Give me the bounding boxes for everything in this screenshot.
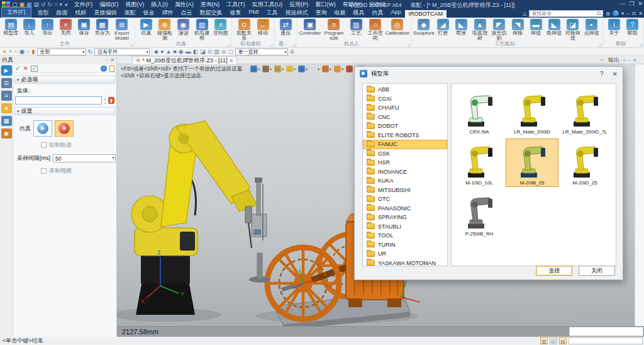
ribbon-tab[interactable]: 焊件 (158, 8, 177, 18)
ribbon-tab[interactable]: 钣金 (140, 8, 158, 18)
mdi-close-button[interactable]: ✕ (638, 11, 643, 16)
pick-filter-face-icon[interactable]: ● (160, 48, 164, 55)
file-menu-button[interactable]: 文件(F) (1, 7, 31, 18)
play-button[interactable]: ▶ (33, 120, 52, 137)
pick-filter-datum-icon[interactable]: ◪ (200, 48, 206, 55)
restore-button[interactable]: ❐ (629, 1, 634, 7)
ribbon-tab[interactable]: 数据交换 (196, 8, 226, 18)
ribbon-button[interactable]: ≡ 甘特图 (211, 19, 230, 36)
view-tool-button[interactable]: ▾ (286, 65, 296, 72)
robot-thumbnail[interactable]: LR_Mate_200iD_7L (558, 88, 611, 136)
redo-icon[interactable]: ↻ (48, 1, 53, 8)
ribbon-button[interactable]: × 关闭 (57, 19, 75, 36)
pick-filter-body-icon[interactable]: ■ (173, 48, 176, 55)
ribbon-button[interactable]: ◆ Sculpture (414, 19, 434, 36)
brand-folder-item[interactable]: INOVANCE (363, 167, 447, 177)
settings-section-header[interactable]: 设置 (14, 107, 115, 115)
ribbon-tab[interactable]: 模具 (350, 8, 369, 18)
brand-folder-item[interactable]: PANASONIC (363, 204, 447, 213)
draw-trajectory-checkbox[interactable] (41, 142, 47, 148)
ribbon-button[interactable]: ◤ 激光切割 (489, 19, 508, 42)
selection-mode-select[interactable]: 单一选择 (235, 48, 288, 55)
command-search-input[interactable]: 查找命令 (529, 10, 603, 17)
ribbon-button[interactable]: ▥ 机电建模 (192, 19, 211, 42)
ribbon-button[interactable]: ▣ 保存 (75, 19, 93, 36)
panel-float-button[interactable]: ▫ (106, 57, 108, 63)
ribbon-button[interactable]: ▦ 另存为 (93, 19, 111, 36)
ribbon-button[interactable]: ◣ 角焊缝 (545, 19, 564, 36)
ribbon-button[interactable]: ▪ 点焊缝 (582, 19, 601, 36)
group-dialog-launcher-icon[interactable]: ◿ (270, 42, 273, 47)
help-icon[interactable]: ? (613, 10, 619, 16)
highlight-filter-icon[interactable]: ★ (2, 48, 7, 55)
ribbon-tab[interactable]: App (387, 8, 405, 18)
ribbon-tab[interactable]: 电极 (331, 8, 350, 18)
ribbon-button[interactable]: ▶ 仿真 (137, 19, 155, 36)
dialog-close-button[interactable]: ✕ (613, 71, 618, 77)
apply-icon[interactable]: ✓ (31, 65, 38, 72)
group-dialog-launcher-icon[interactable]: ◿ (130, 42, 133, 47)
view-tool-button[interactable]: ▾ (298, 65, 308, 72)
ribbon-button[interactable]: ? 帮助 (623, 19, 641, 36)
robot-thumbnail[interactable]: M-10iD_10L (453, 139, 506, 187)
fanuc-robot[interactable] (131, 121, 257, 315)
regen-icon[interactable]: ○ (54, 1, 57, 8)
chart-filter-icon[interactable]: ▮ (32, 48, 35, 55)
group-dialog-launcher-icon[interactable]: ◿ (407, 42, 410, 47)
help-dropdown-icon[interactable]: ▾ (621, 11, 624, 16)
frame-icon[interactable]: ▢ (228, 48, 233, 55)
stop-button[interactable]: ■ (55, 120, 74, 137)
select-button[interactable]: 选择 (536, 266, 572, 276)
brand-folder-item[interactable]: CNC (363, 113, 447, 122)
output-float-button[interactable]: ▫ (628, 58, 630, 63)
robot-thumbnail[interactable]: P-250iB_RH (453, 189, 506, 238)
ribbon-button[interactable]: ⊙ 装配关系 (234, 19, 253, 42)
mdi-minimize-button[interactable]: – (626, 11, 629, 16)
undo-icon[interactable]: ↺ (41, 1, 46, 8)
close-button[interactable]: ✕ (638, 1, 643, 7)
view-tool-button[interactable]: ▾ (334, 65, 343, 72)
group-dialog-launcher-icon[interactable]: ◿ (292, 42, 296, 47)
view-manager-icon[interactable]: ● (1, 103, 12, 113)
add-filter-icon[interactable]: + (9, 48, 12, 55)
document-tab[interactable]: ✛ * M_20iB变位机焊管程序.Z3 - [11] ✕ (132, 56, 237, 64)
pick-filter-plane-icon[interactable]: ▬ (186, 48, 191, 55)
ribbon-tab[interactable]: 装配 (121, 8, 140, 18)
record-video-checkbox[interactable] (41, 168, 47, 174)
ribbon-tab[interactable]: PMI (245, 8, 263, 18)
view-tool-button[interactable]: ▾ (274, 65, 284, 72)
brand-folder-item[interactable]: ABB (363, 85, 447, 94)
group-dialog-launcher-icon[interactable]: ◿ (598, 42, 601, 47)
group-dialog-launcher-icon[interactable]: ◿ (639, 42, 642, 47)
role-icon[interactable]: ◉ (1, 128, 12, 139)
ribbon-button[interactable]: i 关于 (605, 19, 623, 36)
required-section-header[interactable]: 必选项 (14, 76, 115, 84)
ribbon-tab[interactable]: 直接编辑 (91, 8, 121, 18)
pick-filter-curve-icon[interactable]: ◉ (179, 48, 184, 55)
robot-thumbnail[interactable]: CRX-5iA (453, 88, 506, 136)
ribbon-tab[interactable]: 曲面 (53, 8, 72, 18)
mechatronics-panel-icon[interactable]: ⊡ (1, 78, 12, 88)
ribbon-button[interactable]: ↑ 导出 (38, 19, 57, 36)
print-icon[interactable]: ▤ (34, 1, 40, 8)
document-tab-close-icon[interactable]: ✕ (229, 58, 233, 64)
tool-stand[interactable] (249, 178, 270, 283)
ribbon-button[interactable]: ▬ 焊缝 (527, 19, 545, 36)
ribbon-button[interactable]: ▤ 模型库 (2, 19, 20, 36)
close-dialog-button[interactable]: 关闭 (579, 266, 615, 276)
pick-filter-point-icon[interactable]: ⊙ (208, 48, 213, 55)
ribbon-button[interactable]: ⊞ Export Model (111, 19, 133, 42)
ribbon-tab[interactable]: 造型 (34, 8, 53, 18)
brand-folder-item[interactable]: UR (363, 249, 447, 259)
brand-folder-item[interactable]: SPRAYING (363, 213, 447, 222)
brand-folder-item[interactable]: STAUBLI (363, 222, 447, 232)
ribbon-button[interactable]: ◥ 焊接 (509, 19, 527, 36)
ribbon-tab[interactable]: 修复 (226, 8, 245, 18)
view-tool-button[interactable]: ▾ (262, 65, 272, 72)
brand-folder-item[interactable]: CGXi (363, 94, 447, 104)
globe-icon[interactable]: ◍ (606, 11, 610, 16)
view-tool-button[interactable]: ▾ (310, 65, 319, 72)
ribbon-button[interactable]: ⇄ 通信 (277, 19, 295, 36)
pick-filter-component-icon[interactable]: ▥ (214, 48, 219, 55)
ribbon-button[interactable]: ⊗ 碰撞检测 (155, 19, 174, 42)
